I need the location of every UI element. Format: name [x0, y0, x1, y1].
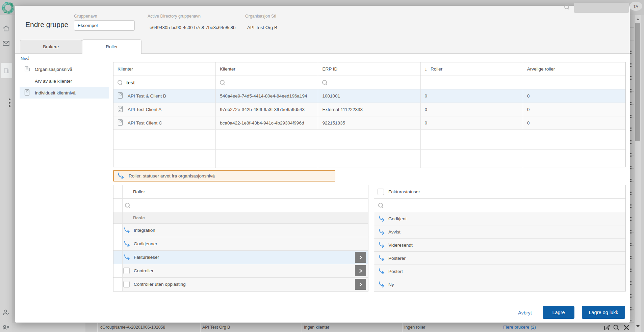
grid-icon — [4, 67, 10, 74]
status-label: Godkjent — [388, 216, 407, 221]
checkbox-gutter — [113, 199, 123, 212]
column-header-klienter-2[interactable]: Klienter — [216, 62, 318, 76]
status-item-avvist[interactable]: Avvist — [374, 225, 625, 239]
kebab-menu-icon[interactable] — [9, 99, 11, 109]
client-ad-id: 97eb272e-342b-48f9-9a3f-3975e6a9d543 — [216, 103, 318, 116]
invoice-statuses-panel: Fakturastatuser Godkjent Avvist Viderese… — [374, 185, 626, 292]
client-roles-count: 0 — [421, 103, 523, 116]
brand-logo[interactable] — [1, 1, 15, 16]
client-icon — [118, 92, 123, 100]
status-label: Ny — [388, 282, 394, 287]
inherit-arrow-icon — [378, 229, 385, 235]
role-checkbox[interactable] — [123, 268, 130, 274]
status-item-posterer[interactable]: Posterer — [374, 252, 625, 265]
client-icon — [118, 106, 123, 113]
chevron-right-icon — [359, 255, 363, 260]
status-item-ny[interactable]: Ny — [374, 278, 625, 291]
status-item-godkjent[interactable]: Godkjent — [374, 212, 625, 225]
status-label: Postert — [388, 269, 403, 274]
ad-group-name-value: e6494805-bc90-4c00-b7c8-7be8c64e8c8b — [150, 25, 235, 30]
filter-erp-id[interactable] — [318, 76, 420, 89]
tab-brukere[interactable]: Brukere — [20, 40, 82, 53]
status-item-postert[interactable]: Postert — [374, 265, 625, 278]
inherit-arrow-icon — [124, 254, 130, 260]
roles-panel: Roller Basic Integration Godkjenner — [113, 185, 368, 292]
tab-roller[interactable]: Roller — [82, 39, 141, 54]
client-row[interactable]: API Test Client A 97eb272e-342b-48f9-9a3… — [113, 103, 625, 116]
expand-role-button[interactable] — [355, 252, 366, 263]
inherit-arrow-icon — [378, 268, 385, 274]
column-header-erp-id[interactable]: ERP ID — [318, 62, 420, 76]
checkbox-gutter — [113, 224, 123, 237]
roles-search-row[interactable] — [113, 199, 368, 212]
expand-role-button[interactable] — [355, 265, 366, 276]
role-label: Integration — [134, 228, 155, 233]
empty-table-rows — [113, 130, 625, 168]
close-icon[interactable] — [623, 324, 630, 332]
users-list-icon[interactable] — [2, 324, 10, 332]
filter-klienter-2[interactable] — [216, 76, 318, 89]
client-name: API Test Client C — [128, 120, 162, 126]
bottom-row-cell-roles: Ingen roller — [404, 325, 426, 330]
role-item-godkjenner[interactable]: Godkjenner — [113, 237, 368, 251]
statuses-search-row[interactable] — [374, 199, 625, 212]
save-and-close-button[interactable]: Lagre og lukk — [582, 306, 625, 319]
column-header-roller[interactable]: ↓Roller — [421, 62, 523, 76]
topbar-search-field[interactable] — [574, 3, 629, 13]
clients-table-filter-row: test — [113, 76, 625, 89]
search-icon — [378, 203, 384, 208]
scrollbar-up-arrow[interactable] — [636, 18, 640, 20]
checkbox-gutter — [113, 278, 123, 291]
search-icon — [125, 203, 130, 208]
client-inherited-roles-count: 0 — [523, 89, 625, 103]
client-row[interactable]: API Test Client C bca0a422-1e8f-43b4-941… — [113, 116, 625, 130]
bottom-row-cell-clients: Ingen klienter — [304, 325, 329, 330]
scrollbar-thumb[interactable] — [635, 23, 640, 141]
clients-table-header-row: Klienter Klienter ERP ID ↓Roller Arvelig… — [113, 62, 625, 76]
filter-arvelige-roller — [523, 76, 625, 89]
roles-panel-title: Roller — [133, 189, 145, 194]
statuses-select-all-checkbox[interactable] — [378, 189, 384, 195]
role-checkbox[interactable] — [123, 281, 130, 287]
role-item-controller-uten-opplasting[interactable]: Controller uten opplasting — [113, 278, 368, 291]
mail-icon[interactable] — [2, 39, 10, 47]
client-row[interactable]: API Test & Client B 540a4ee9-74d5-4414-8… — [113, 89, 625, 103]
status-item-videresendt[interactable]: Videresendt — [374, 239, 625, 252]
more-users-link[interactable]: Flere brukere (2) — [503, 325, 536, 330]
save-button[interactable]: Lagre — [543, 306, 574, 319]
client-roles-count: 0 — [421, 89, 523, 103]
column-header-arvelige-roller[interactable]: Arvelige roller — [523, 62, 625, 76]
group-name-input[interactable] — [74, 20, 135, 31]
client-name: API Test & Client B — [128, 93, 166, 99]
client-inherited-roles-count: 0 — [523, 116, 625, 129]
clients-table: Klienter Klienter ERP ID ↓Roller Arvelig… — [113, 62, 626, 167]
client-ad-id: bca0a422-1e8f-43b4-941c-4b29304f996d — [216, 116, 318, 129]
nav-item-label: Organisasjonsnivå — [35, 67, 72, 72]
user-edit-icon[interactable] — [2, 308, 10, 316]
nav-item-organisasjonsniva[interactable]: Organisasjonsnivå — [20, 63, 109, 75]
client-icon — [118, 119, 123, 127]
client-name: API Test Client A — [128, 107, 161, 112]
sort-descending-icon: ↓ — [425, 66, 428, 72]
bottom-row-separator — [402, 323, 403, 332]
client-ad-id: 540a4ee9-74d5-4414-80e4-84eed196a194 — [216, 89, 318, 103]
level-heading: Nivå — [21, 56, 29, 61]
expand-role-button[interactable] — [355, 279, 366, 290]
search-icon[interactable] — [613, 324, 620, 332]
left-sidebar — [0, 15, 12, 332]
bottom-row-cell-org: API Test Org B — [202, 325, 230, 330]
role-item-fakturaleser[interactable]: Fakturaleser — [113, 251, 368, 264]
filter-klienter-1[interactable]: test — [113, 76, 216, 89]
role-item-integration[interactable]: Integration — [113, 224, 368, 237]
column-header-klienter-1[interactable]: Klienter — [113, 62, 216, 76]
nav-item-arv-av-alle-klienter[interactable]: Arv av alle klienter — [20, 75, 109, 87]
org-path-value: API Test Org B — [247, 25, 277, 30]
edit-icon[interactable] — [603, 324, 611, 332]
scrollbar-down-arrow[interactable] — [636, 325, 640, 327]
home-icon[interactable] — [2, 24, 10, 32]
topbar-search-icon[interactable] — [564, 4, 570, 11]
role-item-controller[interactable]: Controller — [113, 264, 368, 278]
cancel-button[interactable]: Avbryt — [518, 310, 532, 315]
nav-item-individuelt-klientniva[interactable]: Individuelt klientnivå — [20, 87, 109, 99]
avatar[interactable]: TA — [629, 2, 642, 11]
